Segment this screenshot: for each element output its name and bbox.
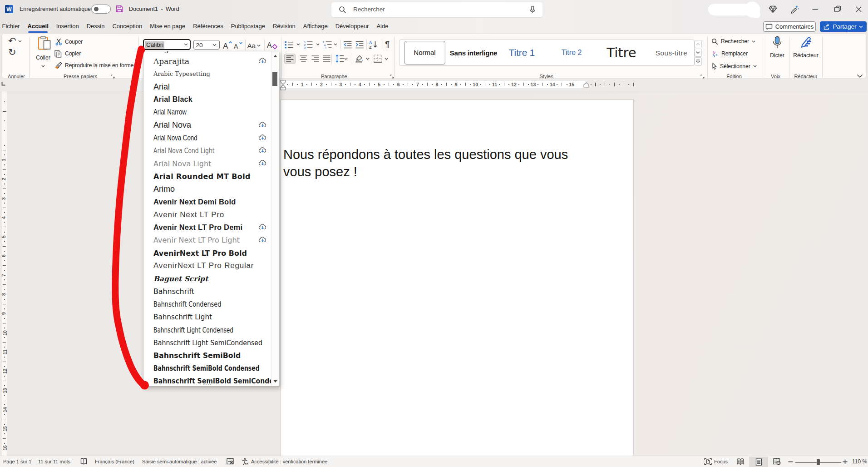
read-mode-button[interactable]	[736, 456, 745, 467]
numbering-chevron-icon[interactable]	[316, 43, 320, 45]
change-case-button[interactable]: Aa	[247, 40, 261, 50]
ribbon-tab[interactable]: Publipostage	[227, 18, 269, 34]
font-list-item[interactable]: AvenirNext LT Pro Bold	[143, 247, 271, 259]
zoom-slider-thumb[interactable]	[817, 459, 820, 465]
bullets-chevron-icon[interactable]	[296, 43, 300, 45]
decrease-indent-button[interactable]	[343, 40, 353, 50]
ribbon-tab[interactable]: Dessin	[83, 18, 108, 34]
page-count[interactable]: Page 1 sur 1	[3, 456, 31, 467]
font-list-item[interactable]: Aparajita	[143, 55, 271, 68]
font-list-item[interactable]: Arial	[143, 80, 271, 93]
font-list-item[interactable]: Bahnschrift Condensed	[143, 298, 271, 311]
align-right-button[interactable]	[310, 54, 321, 64]
style-item[interactable]: Sans interligne	[450, 40, 498, 65]
font-list-item[interactable]: Arial Nova Cond Light	[143, 144, 271, 157]
find-button[interactable]: Rechercher	[711, 36, 755, 46]
ribbon-tab[interactable]: Développeur	[331, 18, 373, 34]
cut-button[interactable]: Couper	[55, 37, 83, 47]
close-button[interactable]	[848, 0, 868, 18]
font-list-scrollbar[interactable]	[271, 51, 279, 386]
sort-button[interactable]: A Z	[369, 40, 379, 50]
minimize-button[interactable]	[805, 0, 825, 18]
copy-button[interactable]: Copier	[54, 49, 81, 59]
shrink-font-button[interactable]: A	[232, 40, 243, 50]
multilevel-list-button[interactable]: 1 a i	[322, 40, 332, 50]
style-item[interactable]: Normal	[404, 41, 445, 65]
ribbon-tab[interactable]: Aide	[373, 18, 392, 34]
borders-chevron-icon[interactable]	[385, 58, 388, 60]
multilevel-chevron-icon[interactable]	[334, 43, 337, 45]
right-indent-marker[interactable]	[583, 82, 589, 88]
bullets-button[interactable]	[284, 40, 294, 50]
align-left-button[interactable]	[284, 54, 296, 64]
whats-new-button[interactable]	[784, 0, 804, 18]
font-list-item[interactable]: AvenirNext LT Pro Regular	[143, 259, 271, 272]
document-text[interactable]: Nous répondons à toutes les questions qu…	[283, 146, 587, 180]
font-list-item[interactable]: Arial Nova	[143, 119, 271, 131]
scrollbar-up-arrow[interactable]	[273, 55, 277, 58]
save-icon[interactable]	[115, 5, 124, 13]
shading-button[interactable]	[354, 54, 364, 64]
undo-button[interactable]: ↶	[8, 36, 22, 45]
font-list-item[interactable]: Avenir Next LT Pro	[143, 209, 271, 221]
document-page[interactable]: Nous répondons à toutes les questions qu…	[281, 99, 634, 456]
grow-font-button[interactable]: A	[222, 40, 233, 50]
font-list-item[interactable]: Arial Black	[143, 93, 271, 106]
redo-button[interactable]: ↻	[8, 48, 16, 57]
borders-button[interactable]	[373, 54, 383, 64]
style-item[interactable]: Titre	[607, 40, 636, 65]
font-list-item[interactable]: Avenir Next Demi Bold	[143, 195, 271, 208]
ribbon-tab[interactable]: Révision	[269, 18, 299, 34]
scrollbar-thumb[interactable]	[272, 72, 277, 86]
select-button[interactable]: Sélectionner	[711, 61, 757, 71]
scrollbar-down-arrow[interactable]	[273, 380, 277, 383]
accessibility-status[interactable]: Accessibilité : vérification terminée	[242, 456, 327, 467]
line-spacing-chevron-icon[interactable]	[344, 58, 348, 60]
language-status[interactable]: Français (France)	[95, 456, 134, 467]
increase-indent-button[interactable]	[355, 40, 365, 50]
search-box[interactable]: Rechercher	[331, 2, 542, 17]
ribbon-tab[interactable]: Fichier	[0, 18, 24, 34]
zoom-in-button[interactable]	[843, 456, 848, 467]
font-list-item[interactable]: Bahnschrift	[143, 285, 271, 298]
styles-expand-button[interactable]	[695, 57, 702, 65]
autocomplete-status[interactable]: Saisie semi-automatique : activée	[142, 456, 217, 467]
show-formatting-marks-button[interactable]: ¶	[383, 40, 391, 50]
style-item[interactable]: Titre 2	[562, 40, 582, 65]
font-list-item[interactable]: Arimo	[143, 183, 271, 195]
dictate-button[interactable]: Dicter	[764, 36, 790, 66]
font-list-item[interactable]: Bahnschrift Light Condensed	[143, 323, 271, 336]
font-list-item[interactable]: AngsanaUPC	[143, 51, 271, 55]
comments-button[interactable]: Commentaires	[763, 21, 816, 32]
left-indent-markers[interactable]	[280, 80, 286, 90]
replace-button[interactable]: b c Remplacer	[711, 49, 748, 59]
font-list-item[interactable]: Arial Nova Light	[143, 157, 271, 170]
ribbon-tab[interactable]: Affichage	[299, 18, 331, 34]
search-mic-icon[interactable]	[528, 5, 537, 14]
align-center-button[interactable]	[298, 54, 309, 64]
font-list-item[interactable]: Arial Rounded MT Bold	[143, 170, 271, 183]
styles-dialog-launcher[interactable]	[700, 75, 705, 79]
font-list-item[interactable]: Arabic Typesetting	[143, 68, 271, 80]
ribbon-tab[interactable]: Insertion	[52, 18, 83, 34]
style-item[interactable]: Titre 1	[509, 40, 535, 65]
word-count[interactable]: 11 sur 11 mots	[38, 456, 70, 467]
zoom-level[interactable]: 110 %	[852, 456, 867, 467]
font-list-item[interactable]: Bahnschrift SemiBold	[143, 349, 271, 362]
line-spacing-button[interactable]	[335, 54, 345, 64]
numbering-button[interactable]: 1 2 3	[303, 40, 313, 50]
font-list-item[interactable]: Avenir Next LT Pro Light	[143, 234, 271, 247]
styles-scroll-down-button[interactable]	[695, 49, 702, 57]
font-list-item[interactable]: Avenir Next LT Pro Demi	[143, 221, 271, 234]
collapse-ribbon-chevron-icon[interactable]	[857, 74, 863, 78]
shading-chevron-icon[interactable]	[366, 58, 370, 60]
style-item[interactable]: Sous-titre	[656, 40, 687, 65]
editor-button[interactable]: Rédacteur	[793, 36, 819, 66]
share-button[interactable]: Partager	[820, 21, 867, 32]
premium-gem-button[interactable]	[763, 0, 783, 18]
autosave-toggle[interactable]	[91, 5, 111, 14]
print-layout-button[interactable]	[749, 457, 768, 467]
focus-mode-button[interactable]: Focus	[704, 456, 728, 467]
web-layout-button[interactable]	[773, 456, 781, 467]
font-list-item[interactable]: Arial Narrow	[143, 106, 271, 119]
